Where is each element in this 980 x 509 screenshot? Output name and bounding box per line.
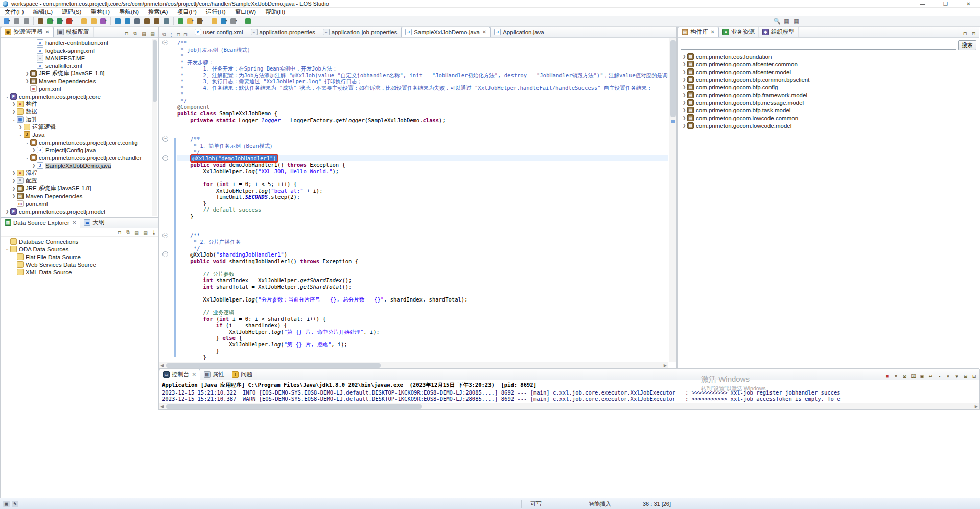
palette-item-com.primeton.eos.foundation[interactable]: ❯▤com.primeton.eos.foundation	[678, 53, 979, 60]
run-dropdown-icon[interactable]: ▾	[56, 17, 64, 26]
chevron-down-icon[interactable]: ⌄	[25, 140, 30, 145]
forward-dropdown-icon[interactable]: ▾	[229, 17, 238, 26]
chevron-right-icon[interactable]: ❯	[11, 171, 16, 175]
deploy-icon[interactable]	[123, 17, 132, 26]
explorer-item-MANIFEST.MF[interactable]: ≡MANIFEST.MF	[1, 54, 158, 62]
collapse-all-icon[interactable]: ⊟	[123, 30, 130, 37]
code-line[interactable]	[177, 174, 668, 181]
code-line[interactable]: if (i == shardIndex) {	[177, 322, 668, 329]
show-whitespace-icon[interactable]	[162, 17, 171, 26]
explorer-item-JRE-系统库-JavaSE-1.8-[interactable]: ❯▤JRE 系统库 [JavaSE-1.8]	[1, 70, 158, 77]
fold-minus-icon[interactable]: −	[162, 155, 168, 161]
code-line[interactable]: TimeUnit.SECONDS.sleep(2);	[177, 194, 668, 200]
link-with-editor-icon[interactable]: ⧉	[131, 30, 139, 37]
chevron-right-icon[interactable]: ❯	[11, 186, 16, 191]
explorer-item-Maven-Dependencies[interactable]: ❯▤Maven Dependencies	[1, 77, 158, 85]
explorer-tab-模板配置[interactable]: ▦模板配置	[54, 27, 94, 37]
code-line[interactable]	[177, 219, 668, 226]
code-line[interactable]	[177, 130, 668, 136]
chevron-right-icon[interactable]: ❯	[25, 79, 30, 83]
profile-icon[interactable]: ▤	[142, 228, 149, 236]
chevron-right-icon[interactable]: ❯	[31, 163, 36, 168]
chevron-right-icon[interactable]: ❯	[682, 108, 687, 112]
code-line[interactable]: /**	[177, 232, 668, 239]
chevron-down-icon[interactable]: ⌄	[5, 94, 10, 99]
palette-search-button[interactable]: 搜索	[958, 40, 976, 50]
grid-icon[interactable]	[152, 17, 161, 26]
explorer-item-SampleXxlJobDemo.java[interactable]: ❯JSampleXxlJobDemo.java	[1, 161, 158, 169]
scroll-right-icon[interactable]: ▶	[662, 363, 668, 368]
code-line[interactable]: * 3、执行日志：需要通过 "XxlJobHelper.log" 打印执行日志；	[177, 78, 668, 85]
maximize-icon[interactable]: ⊡	[970, 30, 977, 37]
chevron-right-icon[interactable]: ❯	[11, 109, 16, 114]
editor-tab-user-config.xml[interactable]: xuser-config.xml	[191, 27, 247, 37]
annotation-dropdown-icon[interactable]: ▾	[186, 17, 195, 26]
code-line[interactable]: * 1、简单任务示例（Bean模式）	[177, 143, 668, 149]
minimize-icon[interactable]: ⊟	[961, 30, 969, 37]
fold-minus-icon[interactable]: −	[162, 136, 168, 142]
datasource-tab-Data-Source-Explorer[interactable]: ▥Data Source Explorer✕	[1, 217, 80, 228]
link-with-editor-icon[interactable]: ⧉	[162, 32, 166, 37]
code-line[interactable]: * 1、任务开发：在Spring Bean实例中，开发Job方法；	[177, 65, 668, 72]
menu-编辑[interactable]: 编辑(E)	[29, 8, 57, 16]
console-tab-控制台[interactable]: ▭控制台✕	[159, 369, 200, 380]
code-line[interactable]: }	[177, 213, 668, 220]
code-line[interactable]: for (int i = 0; i < 5; i++) {	[177, 181, 668, 188]
scroll-right-icon[interactable]: ▶	[973, 404, 979, 409]
code-line[interactable]: * 4、任务结果：默认任务结果为 "成功" 状态，不需要主动设置；如有诉求，比如…	[177, 85, 668, 91]
editor-vertical-scrollbar[interactable]	[669, 38, 676, 362]
palette-item-com.primeton.gocom.bfp.framework.model[interactable]: ❯▤com.primeton.gocom.bfp.framework.model	[678, 91, 979, 99]
datasource-item-ODA-Data-Sources[interactable]: ⌄ODA Data Sources	[1, 245, 158, 253]
chevron-right-icon[interactable]: ❯	[18, 125, 23, 129]
display-console-dropdown-icon[interactable]: ▾	[944, 372, 952, 380]
pin-editor-icon[interactable]: ⋮	[169, 32, 173, 37]
explorer-item-Maven-Dependencies[interactable]: ❯▤Maven Dependencies	[1, 192, 158, 200]
pin-console-icon[interactable]: ▪	[936, 372, 943, 380]
code-line[interactable]: for (int i = 0; i < shardTotal; i++) {	[177, 316, 668, 322]
code-line[interactable]: *	[177, 91, 668, 98]
console-view-icon[interactable]	[176, 17, 185, 26]
explorer-item-Java[interactable]: ⌄JJava	[1, 131, 158, 138]
maximize-icon[interactable]: ⊡	[183, 32, 188, 37]
minimize-icon[interactable]: ⊟	[176, 32, 180, 37]
code-line[interactable]: public void shardingJobHandler1() throws…	[177, 258, 668, 265]
explorer-item-handler-contribution.xml[interactable]: xhandler-contribution.xml	[1, 39, 158, 47]
code-line[interactable]: public class SampleXxlJobDemo {	[177, 110, 668, 117]
code-line[interactable]: // 分片参数	[177, 271, 668, 277]
code-line[interactable]: } else {	[177, 335, 668, 341]
code-viewport[interactable]: −−−−− /** * job开发示例（Bean模式） * * 开发步骤： * …	[159, 38, 668, 362]
chevron-right-icon[interactable]: ❯	[682, 92, 687, 97]
code-line[interactable]	[177, 290, 668, 296]
menu-文件[interactable]: 文件(F)	[0, 8, 29, 16]
link-report-icon[interactable]	[244, 17, 252, 26]
code-line[interactable]: XxlJobHelper.log("beat at:" + i);	[177, 188, 668, 194]
scroll-left-icon[interactable]: ◀	[159, 363, 165, 368]
code-line[interactable]: */	[177, 98, 668, 104]
build-all-icon[interactable]	[36, 17, 45, 26]
maximize-button[interactable]: ❐	[934, 0, 957, 8]
code-line[interactable]: *	[177, 53, 668, 59]
edit-dropdown-icon[interactable]: ▾	[99, 17, 108, 26]
explorer-item-流程[interactable]: ❯●流程	[1, 169, 158, 177]
code-line[interactable]: */	[177, 245, 668, 252]
close-icon[interactable]: ✕	[711, 29, 715, 35]
close-icon[interactable]: ✕	[482, 29, 486, 35]
code-line[interactable]: XxlJobHelper.log("第 {} 片, 命中分片开始处理", i);	[177, 329, 668, 335]
code-line[interactable]: }	[177, 348, 668, 354]
menu-重构[interactable]: 重构(T)	[86, 8, 114, 16]
explorer-item-构件[interactable]: ❯●构件	[1, 100, 158, 108]
palette-item-com.primeton.gocom.lowcode.common[interactable]: ❯▤com.primeton.gocom.lowcode.common	[678, 114, 979, 122]
explorer-item-com.primeton.eos.projectlj.core.config[interactable]: ⌄⊞com.primeton.eos.projectlj.core.config	[1, 138, 158, 146]
search-icon[interactable]: 🔍	[773, 17, 781, 26]
sync-icon[interactable]	[133, 17, 142, 26]
save-icon[interactable]	[12, 17, 21, 26]
explorer-item-配置[interactable]: ❯≡配置	[1, 177, 158, 184]
explorer-item-serialkiller.xml[interactable]: xserialkiller.xml	[1, 62, 158, 70]
code-line[interactable]: XxlJobHelper.log("第 {} 片, 忽略", i);	[177, 341, 668, 348]
chevron-down-icon[interactable]: ⌄	[25, 155, 30, 160]
palette-tab-业务资源[interactable]: ●业务资源	[719, 27, 759, 37]
minimize-button[interactable]: —	[911, 0, 934, 8]
code-line[interactable]: XxlJobHelper.log("分片参数：当前分片序号 = {}, 总分片数…	[177, 296, 668, 303]
chevron-right-icon[interactable]: ❯	[25, 71, 30, 76]
palette-item-com.primeton.gocom.lowcode.model[interactable]: ❯▤com.primeton.gocom.lowcode.model	[678, 122, 979, 129]
